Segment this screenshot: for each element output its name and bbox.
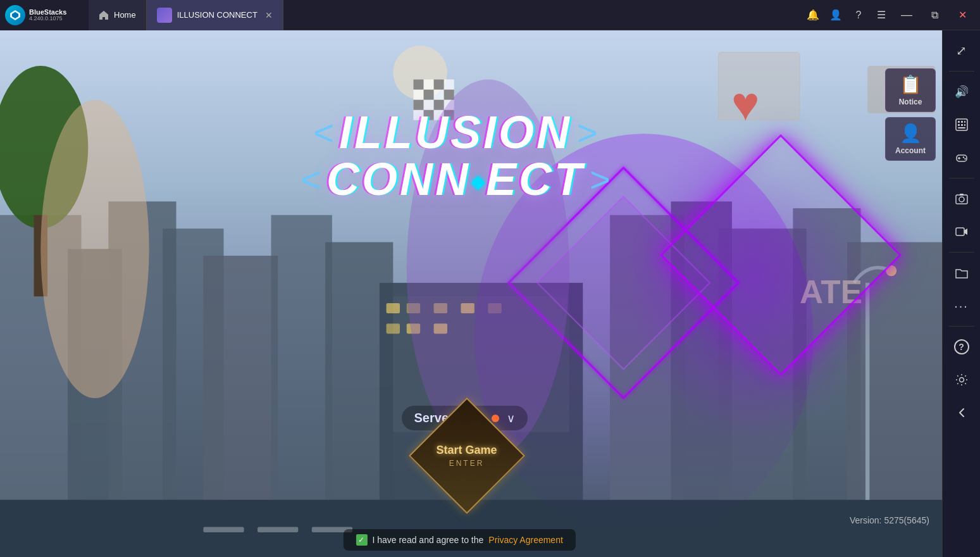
fullscreen-button[interactable]: ⤢ [946,35,977,66]
svg-point-64 [964,158,965,160]
checkmark-icon: ✓ [358,535,364,544]
privacy-bar: ✓ I have read and agree to the Privacy A… [343,529,575,551]
sidebar-divider-1 [949,71,974,72]
svg-rect-53 [958,121,960,123]
more-button[interactable]: ··· [946,291,977,321]
svg-point-70 [959,378,964,382]
bs-name: BlueStacks [29,8,66,16]
svg-rect-36 [718,53,800,120]
record-button[interactable] [946,216,977,247]
back-button[interactable] [946,397,977,428]
game-tab[interactable]: ILLUSION CONNECT ✕ [147,0,283,30]
svg-rect-58 [964,124,965,126]
title-bar: BlueStacks 4.240.0.1075 Home ILLUSION CO… [0,0,980,30]
minimize-button[interactable]: — [894,5,919,25]
restore-button[interactable]: ⧉ [922,5,947,25]
volume-icon: 🔊 [955,85,969,99]
svg-rect-59 [958,127,965,128]
bs-logo-text: BlueStacks 4.240.0.1075 [29,8,66,22]
start-game-label: Start Game [436,444,497,457]
back-icon [955,406,969,420]
svg-rect-55 [964,121,965,123]
privacy-checkbox[interactable]: ✓ [356,534,367,546]
keyboard-button[interactable] [946,110,977,140]
privacy-text: I have read and agree to the [372,535,483,545]
notice-label: Notice [899,97,922,106]
svg-rect-54 [961,121,963,123]
svg-rect-23 [387,323,400,334]
gamepad-button[interactable] [946,142,977,173]
bell-icon[interactable]: 🔔 [803,5,823,25]
help-icon[interactable]: ? [848,5,869,25]
svg-point-66 [959,197,964,202]
privacy-agreement-link[interactable]: Privacy Agreement [488,535,563,545]
title-connect: CONNECT [326,153,585,205]
svg-rect-32 [444,90,454,100]
settings-button[interactable] [946,365,977,395]
start-btn-text: Start Game ENTER [436,444,497,468]
game-tab-close[interactable]: ✕ [265,10,273,20]
svg-rect-28 [434,79,444,89]
svg-rect-68 [956,228,964,235]
right-sidebar: ⤢ 🔊 [942,30,980,557]
account-label: Account [895,146,926,155]
game-tab-label: ILLUSION CONNECT [177,10,257,20]
gamepad-icon [955,151,969,165]
more-icon: ··· [954,299,969,313]
game-viewport[interactable]: ♥ [0,30,942,557]
game-title: < ILLUSION > < CONNECT > [301,106,610,205]
notice-button[interactable]: 📋 Notice [885,68,936,112]
version-text: Version: 5275(5645) [850,515,929,525]
svg-rect-56 [958,124,960,126]
bluestacks-icon [5,5,25,25]
title-bar-icons: 🔔 👤 ? ☰ — ⧉ ✕ [803,5,980,25]
account-icon: 👤 [900,123,922,144]
svg-rect-39 [203,527,244,533]
sidebar-divider-3 [949,252,974,253]
home-tab[interactable]: Home [89,0,147,30]
app-window: BlueStacks 4.240.0.1075 Home ILLUSION CO… [0,0,980,557]
game-tab-icon [157,8,172,23]
help-sidebar-button[interactable]: ? [946,332,977,362]
svg-rect-57 [961,124,963,126]
enter-label: ENTER [449,459,485,468]
svg-rect-31 [424,90,434,100]
settings-icon [955,373,969,387]
close-button[interactable]: ✕ [950,5,975,25]
svg-point-46 [886,265,896,276]
title-illusion: ILLUSION [339,106,572,158]
menu-icon[interactable]: ☰ [871,5,891,25]
svg-rect-67 [960,194,964,196]
profile-icon[interactable]: 👤 [826,5,846,25]
svg-rect-65 [956,195,967,204]
svg-rect-18 [387,303,400,313]
bs-version: 4.240.0.1075 [29,16,66,22]
notice-icon: 📋 [900,74,922,95]
svg-point-63 [962,156,964,158]
account-button[interactable]: 👤 Account [885,117,936,161]
folder-icon [955,266,969,280]
start-game-button[interactable]: Start Game ENTER [423,411,511,500]
game-right-panel: 📋 Notice 👤 Account [885,68,936,161]
home-tab-label: Home [114,10,136,20]
screenshot-icon [955,192,969,206]
record-icon [955,225,969,239]
volume-button[interactable]: 🔊 [946,77,977,107]
content-area: ♥ [0,30,980,557]
fullscreen-icon: ⤢ [956,43,967,58]
svg-rect-40 [257,527,298,533]
help-sidebar-icon: ? [954,339,969,354]
bluestacks-logo: BlueStacks 4.240.0.1075 [0,0,89,30]
svg-rect-27 [413,79,423,89]
svg-point-49 [40,100,149,398]
sidebar-divider-4 [949,326,974,327]
keyboard-icon [955,118,969,132]
sidebar-divider-2 [949,178,974,178]
folder-button[interactable] [946,258,977,288]
svg-text:ATE: ATE [800,273,862,310]
screenshot-button[interactable] [946,184,977,214]
